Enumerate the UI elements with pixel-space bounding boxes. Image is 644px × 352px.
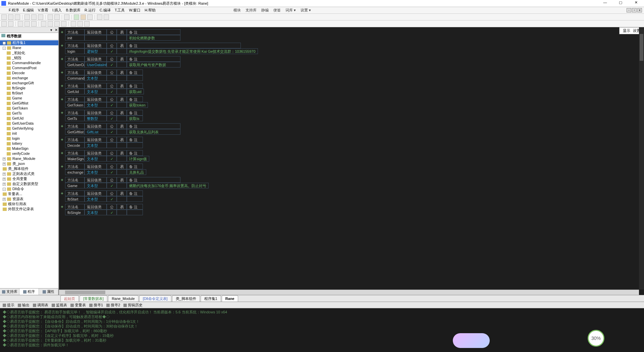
method-public[interactable]: ✓: [107, 62, 117, 68]
tool-undo-icon[interactable]: [48, 14, 53, 20]
method-pkg[interactable]: [117, 210, 127, 215]
method-return-type[interactable]: 文本型: [85, 196, 107, 202]
method-pkg[interactable]: [117, 35, 127, 41]
method-name[interactable]: GetUid: [65, 89, 85, 94]
method-note[interactable]: 获取uid: [127, 89, 144, 94]
menu-item[interactable]: V.查看: [38, 8, 48, 13]
tree-expander-icon[interactable]: +: [3, 173, 6, 176]
method-return-type[interactable]: 整数型: [85, 116, 107, 121]
method-note[interactable]: 获取token: [127, 102, 148, 108]
document-tab[interactable]: [Dll命令定义表]: [139, 295, 171, 302]
method-note[interactable]: [127, 142, 143, 148]
menu-item[interactable]: C.编译: [100, 8, 111, 13]
tree-expander-icon[interactable]: -: [3, 188, 6, 191]
method-expand-icon[interactable]: +: [59, 123, 65, 137]
project-tree[interactable]: -程序集1-Rane_初始化_销毁CommandHandleCommandPos…: [0, 40, 58, 288]
method-expand-icon[interactable]: +: [59, 96, 65, 110]
assistant-widget[interactable]: [453, 333, 490, 348]
menu-item[interactable]: R.运行: [85, 8, 96, 13]
method-block[interactable]: 方法名返回值类型公开易包备 注Decode文本型: [65, 137, 143, 148]
method-block[interactable]: 方法名返回值类型公开易包备 注fbSingle文本型✓: [65, 204, 143, 215]
minimize-button[interactable]: —: [598, 0, 612, 6]
method-note[interactable]: 获取兑换礼品列表: [127, 129, 180, 135]
method-public[interactable]: ✓: [107, 89, 117, 94]
method-expand-icon[interactable]: +: [59, 110, 65, 123]
mdi-restore-button[interactable]: ▫: [632, 8, 637, 12]
method-return-type[interactable]: GiftList: [85, 129, 107, 135]
method-note[interactable]: 计算sign值: [127, 156, 149, 162]
method-return-type[interactable]: 文本型: [85, 183, 107, 188]
edit-outdent-icon[interactable]: [8, 21, 13, 27]
method-note[interactable]: [127, 196, 143, 202]
menu-item[interactable]: 模块: [233, 8, 241, 13]
side-close-icon[interactable]: ✕: [54, 28, 58, 32]
document-tab[interactable]: [常量数据表]: [79, 295, 107, 302]
tree-expander-icon[interactable]: +: [3, 198, 6, 201]
tree-node[interactable]: fbStart: [0, 91, 58, 96]
method-note[interactable]: 初始化燃鹅参数: [127, 35, 180, 41]
method-note[interactable]: 兑换礼品: [127, 169, 146, 175]
document-tab[interactable]: 起始页: [60, 295, 79, 302]
tree-node[interactable]: MakeSign: [0, 146, 58, 151]
tool-compile-icon[interactable]: [97, 14, 102, 20]
method-return-type[interactable]: 逻辑型: [85, 48, 107, 54]
method-return-type[interactable]: 文本型: [85, 210, 107, 215]
method-pkg[interactable]: [117, 116, 127, 121]
method-pkg[interactable]: [117, 62, 127, 68]
method-public[interactable]: ✓: [107, 48, 117, 54]
method-name[interactable]: GetUserData: [65, 62, 85, 68]
tree-node[interactable]: exchangeGift: [0, 81, 58, 86]
document-tab[interactable]: Rane: [222, 295, 238, 302]
method-expand-icon[interactable]: +: [59, 56, 65, 70]
method-name[interactable]: GetTs: [65, 116, 85, 121]
menu-item[interactable]: E.编辑: [23, 8, 34, 13]
method-expand-icon[interactable]: +: [59, 43, 65, 56]
method-name[interactable]: Decode: [65, 142, 85, 148]
edit-grid3-icon[interactable]: [84, 21, 90, 27]
method-pkg[interactable]: [117, 48, 127, 54]
tree-node[interactable]: +资源表: [0, 196, 58, 202]
document-tab[interactable]: 类_脚本组件: [172, 295, 200, 302]
tree-node[interactable]: GetVerifyImg: [0, 126, 58, 131]
tree-node[interactable]: login: [0, 136, 58, 141]
tool-save-icon[interactable]: [15, 14, 20, 20]
tree-node[interactable]: _销毁: [0, 55, 58, 60]
method-pkg[interactable]: [117, 142, 127, 148]
tree-node[interactable]: +全局变量: [0, 176, 58, 181]
edit-align1-icon[interactable]: [41, 21, 46, 27]
method-return-type[interactable]: 文本型: [85, 156, 107, 162]
menu-item[interactable]: B.数据库: [66, 8, 80, 13]
output-panel[interactable]: ◆◇易语言助手提醒您： 易语言助手加载完毕！ ，智能编译开启成功，优化程序开启成…: [0, 308, 644, 352]
tree-node[interactable]: GetGiftlist: [0, 101, 58, 106]
menu-item[interactable]: H.帮助: [145, 8, 156, 13]
method-name[interactable]: fbStart: [65, 196, 85, 202]
tool-tab[interactable]: 调用表: [33, 303, 48, 308]
method-public[interactable]: ✓: [107, 116, 117, 121]
tree-node[interactable]: _初始化: [0, 50, 58, 55]
document-tab[interactable]: 程序集1: [201, 295, 221, 302]
tree-expander-icon[interactable]: +: [3, 163, 6, 166]
tool-tab[interactable]: 剪辑历史: [123, 303, 143, 308]
method-block[interactable]: 方法名返回值类型公开易包备 注login逻辑型✓//login/login提交数…: [65, 43, 258, 54]
method-public[interactable]: ✓: [107, 156, 117, 162]
method-public[interactable]: [107, 142, 117, 148]
method-name[interactable]: init: [65, 35, 85, 41]
side-tab[interactable]: 属性: [39, 289, 58, 295]
tree-node[interactable]: Game: [0, 96, 58, 101]
tree-node[interactable]: +自定义数据类型: [0, 181, 58, 186]
method-return-type[interactable]: 文本型: [85, 75, 107, 81]
maximize-button[interactable]: ▢: [614, 0, 627, 6]
menu-item[interactable]: T.工具: [115, 8, 125, 13]
menu-item[interactable]: 设置 ▾: [301, 8, 311, 13]
method-return-type[interactable]: 文本型: [85, 89, 107, 94]
tree-node[interactable]: fbSingle: [0, 86, 58, 91]
tool-tab[interactable]: 搜寻1: [89, 303, 103, 308]
tree-expander-icon[interactable]: +: [3, 178, 6, 181]
tool-cut-icon[interactable]: [24, 14, 30, 20]
battery-widget[interactable]: 30%: [588, 330, 604, 347]
tree-node[interactable]: 外部文件记录表: [0, 207, 58, 212]
side-tab[interactable]: 支持库: [0, 289, 19, 295]
method-note[interactable]: [127, 75, 143, 81]
tree-expander-icon[interactable]: +: [3, 158, 6, 161]
editor-vscrollbar[interactable]: [639, 27, 644, 290]
